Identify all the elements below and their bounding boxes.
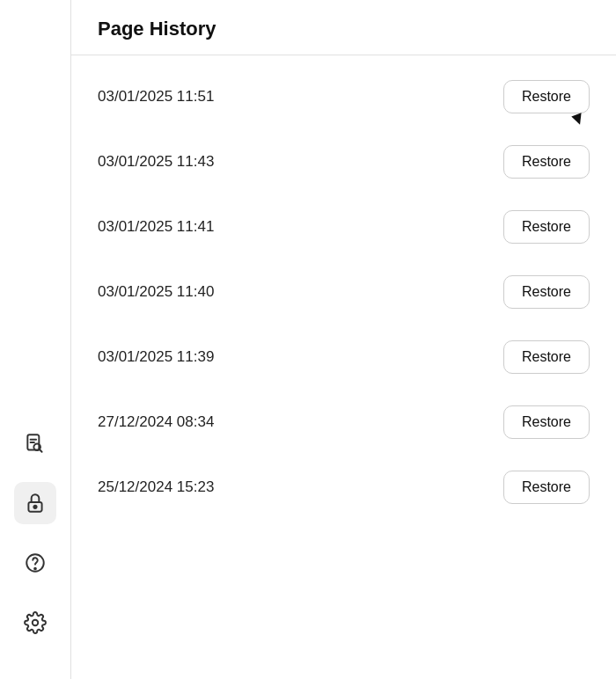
sidebar-icon-lock[interactable] <box>14 482 56 524</box>
history-item: 03/01/2025 11:41Restore <box>71 194 616 259</box>
sidebar-icon-document-search[interactable] <box>14 422 56 464</box>
history-timestamp: 25/12/2024 15:23 <box>98 478 214 496</box>
restore-button[interactable]: Restore <box>503 471 590 504</box>
restore-button[interactable]: Restore <box>503 210 590 244</box>
svg-point-6 <box>33 506 36 508</box>
svg-point-8 <box>34 568 36 570</box>
history-item: 03/01/2025 11:40Restore <box>71 259 616 325</box>
cursor-indicator <box>571 113 584 126</box>
sidebar-icon-settings[interactable] <box>14 602 56 644</box>
page-header: Page History <box>71 0 616 55</box>
history-timestamp: 03/01/2025 11:51 <box>98 88 214 106</box>
page-title: Page History <box>98 18 590 40</box>
svg-line-2 <box>40 449 42 452</box>
sidebar-icon-help[interactable] <box>14 542 56 584</box>
restore-button[interactable]: Restore <box>503 275 590 309</box>
restore-button[interactable]: Restore <box>503 340 590 374</box>
history-item: 27/12/2024 08:34Restore <box>71 390 616 455</box>
restore-button[interactable]: Restore <box>503 405 590 439</box>
history-timestamp: 03/01/2025 11:40 <box>98 283 214 301</box>
history-timestamp: 03/01/2025 11:41 <box>98 218 214 236</box>
restore-button[interactable]: Restore <box>503 145 590 179</box>
history-timestamp: 27/12/2024 08:34 <box>98 413 214 431</box>
main-content: Page History 03/01/2025 11:51Restore03/0… <box>70 0 616 679</box>
history-timestamp: 03/01/2025 11:43 <box>98 153 214 171</box>
history-item: 25/12/2024 15:23Restore <box>71 455 616 520</box>
history-list: 03/01/2025 11:51Restore03/01/2025 11:43R… <box>71 55 616 679</box>
history-item: 03/01/2025 11:43Restore <box>71 129 616 194</box>
svg-point-9 <box>33 620 39 626</box>
history-timestamp: 03/01/2025 11:39 <box>98 348 214 366</box>
restore-button[interactable]: Restore <box>503 80 590 113</box>
history-item: 03/01/2025 11:51Restore <box>71 64 616 129</box>
history-item: 03/01/2025 11:39Restore <box>71 325 616 390</box>
sidebar <box>0 0 70 679</box>
